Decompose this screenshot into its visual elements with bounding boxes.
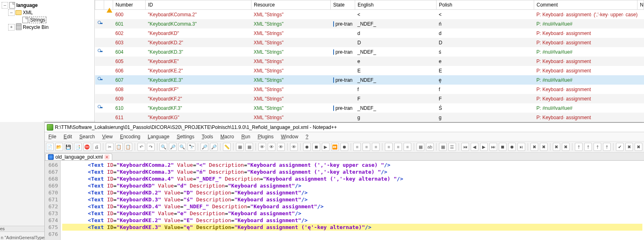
table-row[interactable]: 611"KeyboardKG"XML "Strings"ggP: Keyboar… <box>95 113 644 122</box>
toolbar-button[interactable]: † <box>584 143 592 151</box>
toolbar-button[interactable]: ◀ <box>471 143 478 151</box>
toolbar-button[interactable]: ⏹ <box>312 143 320 151</box>
toolbar-button[interactable]: ≡ <box>385 143 393 151</box>
toolbar-button[interactable]: ab <box>426 143 434 151</box>
toolbar-button[interactable]: ▦ <box>417 143 424 151</box>
menu-edit[interactable]: Edit <box>61 133 74 140</box>
table-row[interactable]: 603"KeyboardKD.2"XML "Strings"DDP: Keybo… <box>95 38 644 47</box>
menu-window[interactable]: Window <box>279 133 301 140</box>
table-row[interactable]: 609"KeyboardKF.2"XML "Strings"FFP: Keybo… <box>95 94 644 103</box>
toolbar-button[interactable]: ✖ <box>530 143 538 151</box>
tree-strings[interactable]: Strings <box>0 16 94 24</box>
table-row[interactable]: 610"KeyboardKF.3"XML "Strings"pre-tran_N… <box>95 103 644 113</box>
code-line[interactable]: <Text ID="KeyboardKComma.4" Value="_NDEF… <box>62 175 642 182</box>
menu-view[interactable]: View <box>100 133 115 140</box>
toolbar-button[interactable]: ⏩ <box>331 143 339 151</box>
toolbar-button[interactable]: ≡ <box>353 143 361 151</box>
toolbar-button[interactable]: ⏺ <box>341 143 348 151</box>
toolbar-button[interactable]: 🔍 <box>159 143 167 151</box>
toolbar-button[interactable]: 📑 <box>74 143 82 151</box>
code-line[interactable]: <Text ID="KeyboardKD.2" Value="D" Descri… <box>62 189 642 196</box>
collapse-toggle-icon[interactable]: – <box>8 9 15 16</box>
code-line[interactable]: <Text ID="KeyboardKE.2" Value="E" Descri… <box>62 217 642 224</box>
menu-[interactable]: ? <box>303 133 311 140</box>
close-tab-icon[interactable]: × <box>105 155 109 159</box>
code-line[interactable]: <Text ID="KeyboardKComma.3" Value="ń" De… <box>62 168 642 175</box>
npp-titlebar[interactable]: R:\TTM\Software_Lokalisierung\01_Passolo… <box>44 123 644 132</box>
notepadpp-window[interactable]: R:\TTM\Software_Lokalisierung\01_Passolo… <box>44 122 644 240</box>
toolbar-button[interactable]: 📏 <box>223 143 231 151</box>
toolbar-button[interactable]: 🔭 <box>188 143 195 151</box>
col-resource[interactable]: Resource <box>251 0 331 10</box>
project-tree[interactable]: – language – XML Strings + Recycle Bin <box>0 0 95 122</box>
expand-toggle-icon[interactable]: + <box>8 24 15 31</box>
menu-language[interactable]: Language <box>145 133 172 140</box>
col-warning-icon[interactable] <box>104 0 113 10</box>
toolbar-button[interactable]: ⏹ <box>499 143 506 151</box>
toolbar-button[interactable]: ≡ <box>372 143 380 151</box>
toolbar-button[interactable]: † <box>575 143 583 151</box>
toolbar-button[interactable]: ✖ <box>553 143 561 151</box>
code-line[interactable]: <Text ID="KeyboardKE" Value="e" Descript… <box>62 210 642 217</box>
table-row[interactable]: 600"KeyboardKComma.2"XML "Strings"<<P: K… <box>95 10 644 20</box>
npp-editor[interactable]: 666 667 668 669 670 671 672 673 674 675 … <box>44 161 644 240</box>
toolbar-button[interactable]: ▦ <box>245 143 253 151</box>
toolbar-button[interactable]: 🔎 <box>201 143 208 151</box>
toolbar-button[interactable]: 📂 <box>55 143 63 151</box>
toolbar-button[interactable]: † <box>603 143 611 151</box>
toolbar-button[interactable]: ↷ <box>147 143 155 151</box>
toolbar-button[interactable]: ✖ <box>540 143 548 151</box>
toolbar-button[interactable]: ⏯ <box>517 143 525 151</box>
menu-encoding[interactable]: Encoding <box>118 133 143 140</box>
toolbar-button[interactable]: 📋 <box>115 143 123 151</box>
tree-xml[interactable]: – XML <box>0 9 94 16</box>
npp-menubar[interactable]: FileEditSearchViewEncodingLanguageSettin… <box>44 132 644 142</box>
toolbar-button[interactable]: ≡ <box>394 143 402 151</box>
code-line[interactable]: <Text ID="KeyboardKE.3" Value="ę" Descri… <box>62 224 642 231</box>
menu-settings[interactable]: Settings <box>174 133 196 140</box>
toolbar-button[interactable]: ☰ <box>448 143 456 151</box>
code-line[interactable]: <Text ID="KeyboardKD" Value="d" Descript… <box>62 182 642 189</box>
toolbar-button[interactable]: ⏮ <box>461 143 469 151</box>
code-line[interactable]: <Text ID="KeyboardKD.3" Value="ś" Descri… <box>62 196 642 203</box>
table-row[interactable]: 602"KeyboardKD"XML "Strings"ddP: Keyboar… <box>95 28 644 38</box>
grid-header-row[interactable]: Number ID Resource State English Polish … <box>95 0 644 10</box>
col-icon[interactable] <box>95 0 104 10</box>
toolbar-button[interactable]: ✖ <box>635 143 642 151</box>
toolbar-button[interactable]: 🔍 <box>178 143 186 151</box>
menu-macro[interactable]: Macro <box>218 133 236 140</box>
table-row[interactable]: 607"KeyboardKE.3"XML "Strings"pre-tran_N… <box>95 75 644 85</box>
toolbar-button[interactable]: † <box>594 143 601 151</box>
toolbar-button[interactable]: ⏺ <box>508 143 516 151</box>
file-tab[interactable]: old_language_pol.xml × <box>45 153 112 160</box>
toolbar-button[interactable]: 👁 <box>258 143 266 151</box>
toolbar-button[interactable]: 🖨 <box>93 143 100 151</box>
toolbar-button[interactable]: ✂ <box>106 143 114 151</box>
toolbar-button[interactable]: ▦ <box>236 143 244 151</box>
toolbar-button[interactable]: 💾 <box>65 143 72 151</box>
table-row[interactable]: 606"KeyboardKE.2"XML "Strings"EEP: Keybo… <box>95 66 644 75</box>
table-row[interactable]: 604"KeyboardKD.3"XML "Strings"pre-tran_N… <box>95 47 644 57</box>
toolbar-button[interactable]: 📄 <box>46 143 54 151</box>
table-row[interactable]: 601"KeyboardKComma.3"XML "Strings"pre-tr… <box>95 19 644 28</box>
col-number[interactable]: Number <box>113 0 146 10</box>
menu-tools[interactable]: Tools <box>199 133 216 140</box>
col-extra[interactable]: N <box>637 0 644 10</box>
editor-body[interactable]: <Text ID="KeyboardKComma.2" Value="<" De… <box>61 161 644 240</box>
menu-file[interactable]: File <box>46 133 59 140</box>
menu-plugins[interactable]: Plugins <box>255 133 276 140</box>
toolbar-button[interactable]: 🔎 <box>169 143 177 151</box>
toolbar-button[interactable]: 🔎 <box>210 143 218 151</box>
toolbar-button[interactable]: ≡ <box>362 143 370 151</box>
strings-grid[interactable]: Number ID Resource State English Polish … <box>95 0 644 122</box>
tree-root[interactable]: – language <box>0 2 94 9</box>
table-row[interactable]: 608"KeyboardKF"XML "Strings"ffP: Keyboar… <box>95 85 644 94</box>
toolbar-button[interactable]: ⏺ <box>303 143 311 151</box>
toolbar-button[interactable]: 📋 <box>124 143 132 151</box>
toolbar-button[interactable]: ⛔ <box>83 143 91 151</box>
col-id[interactable]: ID <box>146 0 251 10</box>
toolbar-button[interactable]: ⏭ <box>489 143 497 151</box>
collapse-toggle-icon[interactable]: – <box>2 2 8 9</box>
npp-tabbar[interactable]: old_language_pol.xml × <box>44 153 644 161</box>
code-line[interactable]: <Text ID="KeyboardKComma.2" Value="<" De… <box>62 161 642 168</box>
